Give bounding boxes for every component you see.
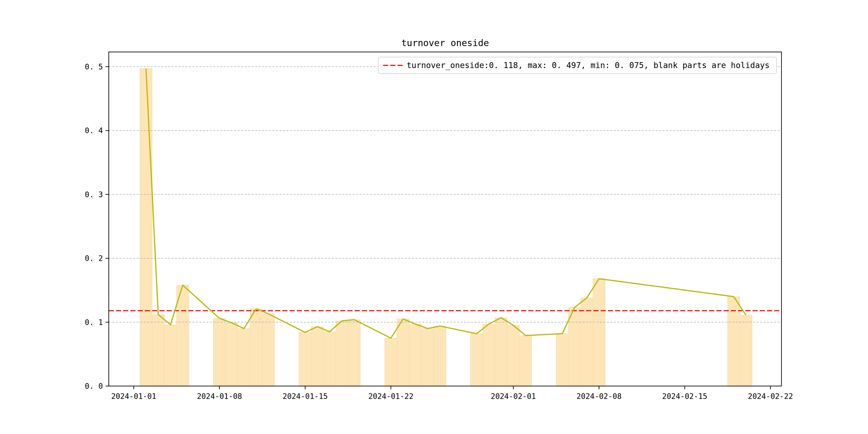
matplotlib-figure: 2024-01-012024-01-082024-01-152024-01-22…: [0, 0, 868, 434]
chart-title: turnover oneside: [401, 37, 489, 48]
x-axis-group: 2024-01-012024-01-082024-01-152024-01-22…: [111, 386, 793, 401]
y-tick-label-0.1: 0. 1: [85, 318, 103, 327]
bar-2024-02-06: [568, 308, 581, 386]
turnover-line: [146, 69, 746, 338]
y-axis-group: 0. 00. 10. 20. 30. 40. 5: [85, 62, 109, 391]
bar-2024-01-31: [495, 318, 507, 386]
bar-2024-01-18: [336, 321, 348, 386]
bar-2024-01-15: [299, 333, 311, 386]
bar-2024-01-23: [397, 319, 409, 386]
y-tick-label-0.3: 0. 3: [85, 190, 103, 199]
bar-2024-01-22: [385, 338, 397, 386]
bar-2024-01-04: [164, 325, 177, 386]
x-tick-label-2024-02-08: 2024-02-08: [577, 392, 622, 401]
x-tick-label-2024-01-22: 2024-01-22: [368, 392, 414, 401]
legend-label: turnover_oneside:0. 118, max: 0. 497, mi…: [407, 61, 770, 70]
bar-2024-01-16: [311, 327, 323, 386]
x-tick-label-2024-01-15: 2024-01-15: [283, 392, 328, 401]
x-tick-label-2024-01-01: 2024-01-01: [111, 392, 156, 401]
x-tick-label-2024-02-22: 2024-02-22: [748, 392, 793, 401]
bar-2024-01-02: [140, 69, 152, 386]
bar-2024-01-17: [323, 332, 336, 386]
bar-2024-01-12: [262, 314, 275, 386]
bar-2024-01-19: [348, 320, 360, 386]
grid-group: [109, 67, 781, 322]
bar-2024-01-30: [483, 324, 495, 386]
bar-2024-01-26: [434, 326, 446, 386]
bar-2024-01-11: [250, 309, 262, 386]
y-tick-label-0.4: 0. 4: [85, 126, 103, 135]
bar-2024-01-24: [409, 324, 422, 386]
bar-2024-01-25: [422, 329, 434, 386]
bar-2024-02-02: [520, 336, 532, 386]
x-tick-label-2024-01-08: 2024-01-08: [197, 392, 242, 401]
bar-2024-01-03: [152, 314, 164, 386]
bar-2024-02-08: [593, 279, 605, 386]
y-tick-label-0.5: 0. 5: [85, 62, 103, 71]
daily-bars-group: [140, 69, 752, 386]
bar-2024-02-01: [507, 326, 520, 386]
bar-2024-01-29: [470, 334, 483, 386]
bar-2024-01-09: [225, 323, 238, 386]
bar-2024-01-10: [238, 329, 250, 386]
bar-2024-02-20: [740, 315, 752, 386]
legend: turnover_oneside:0. 118, max: 0. 497, mi…: [378, 57, 777, 74]
bar-2024-02-19: [727, 297, 740, 386]
bar-2024-02-05: [556, 334, 568, 386]
x-tick-label-2024-02-15: 2024-02-15: [662, 392, 708, 401]
y-tick-label-0.2: 0. 2: [85, 254, 103, 263]
turnover-oneside-chart: 2024-01-012024-01-082024-01-152024-01-22…: [0, 0, 868, 434]
x-tick-label-2024-02-01: 2024-02-01: [491, 392, 536, 401]
y-tick-label-0: 0. 0: [85, 382, 103, 391]
bar-2024-01-08: [213, 318, 225, 386]
